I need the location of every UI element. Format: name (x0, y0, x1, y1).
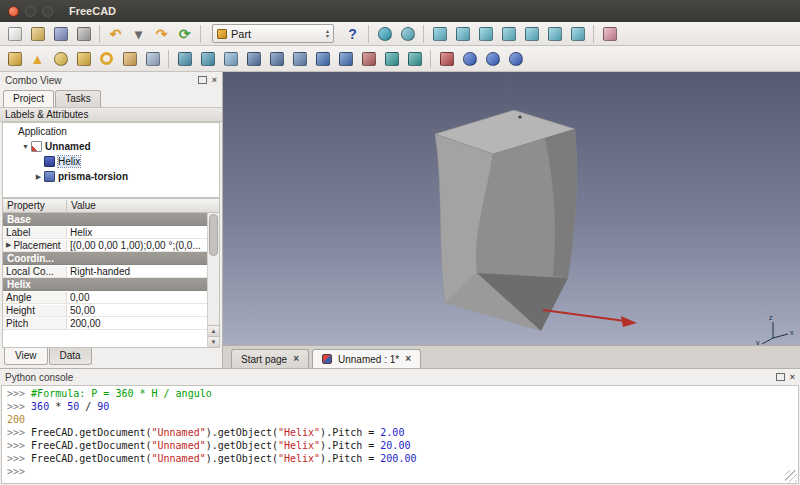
property-row[interactable]: Local Co...Right-handed (3, 265, 219, 278)
view-front-icon[interactable] (452, 24, 473, 44)
property-group-header[interactable]: Coordin... (3, 252, 219, 265)
tree-expander-icon[interactable]: ▶ (33, 173, 44, 181)
tree-item[interactable]: Application (3, 124, 219, 139)
3d-viewport[interactable]: z x y (223, 72, 800, 345)
refresh-icon[interactable]: ⟳ (174, 24, 195, 44)
console-segment-prompt: >>> (7, 466, 25, 477)
property-value-cell[interactable]: 50,00 (67, 305, 219, 316)
part-sphere-icon[interactable] (50, 49, 71, 69)
part-ruled-surface-icon[interactable] (289, 49, 310, 69)
tree-item[interactable]: ▶prisma-torsion (3, 169, 219, 184)
property-row[interactable]: Pitch200,00 (3, 317, 219, 330)
part-boolean-common-icon[interactable] (482, 49, 503, 69)
python-console-output[interactable]: >>> #Formula: P = 360 * H / angulo>>> 36… (1, 385, 799, 484)
console-segment-prompt: >>> (7, 440, 31, 451)
save-document-icon[interactable] (50, 24, 71, 44)
part-fillet-icon[interactable] (243, 49, 264, 69)
view-rear-icon[interactable] (521, 24, 542, 44)
part-extrude-icon[interactable] (174, 49, 195, 69)
undock-panel-icon[interactable] (198, 76, 207, 84)
part-boolean-union-shape (463, 52, 477, 66)
part-offset-icon[interactable] (381, 49, 402, 69)
part-box-icon[interactable] (4, 49, 25, 69)
property-group-header[interactable]: Base (3, 213, 219, 226)
part-shape-builder-icon[interactable] (142, 49, 163, 69)
property-group-header[interactable]: Helix (3, 278, 219, 291)
part-cone-icon[interactable]: ▲ (27, 49, 48, 69)
close-tab-icon[interactable]: × (405, 354, 411, 364)
part-chamfer-icon[interactable] (266, 49, 287, 69)
view-bottom-icon[interactable] (544, 24, 565, 44)
tab-data[interactable]: Data (49, 348, 92, 365)
part-compound-shape (440, 52, 454, 66)
title-bar[interactable]: FreeCAD (0, 0, 800, 22)
undo-history-icon[interactable]: ▾ (128, 24, 149, 44)
view-isometric-icon[interactable] (429, 24, 450, 44)
property-value-cell[interactable]: 200,00 (67, 318, 219, 329)
scroll-down-icon[interactable]: ▼ (208, 336, 219, 347)
view-draw-style-icon[interactable] (397, 24, 418, 44)
tree-item[interactable]: ▼Unnamed (3, 139, 219, 154)
close-console-icon[interactable]: × (790, 372, 795, 382)
combo-view-header[interactable]: Combo View × (0, 72, 222, 88)
property-scrollbar[interactable]: ▲ ▼ (207, 213, 219, 347)
property-column-header[interactable]: Property (3, 200, 67, 211)
part-loft-icon[interactable] (312, 49, 333, 69)
view-right-icon[interactable] (498, 24, 519, 44)
new-document-icon[interactable] (4, 24, 25, 44)
view-left-icon[interactable] (567, 24, 588, 44)
part-torus-icon[interactable] (96, 49, 117, 69)
part-section-icon[interactable] (358, 49, 379, 69)
view-fit-all-icon[interactable] (374, 24, 395, 44)
scroll-up-icon[interactable]: ▲ (208, 325, 219, 336)
part-boolean-union-icon[interactable] (459, 49, 480, 69)
console-segment-code: * (49, 401, 67, 412)
clear-measurement-icon[interactable] (599, 24, 620, 44)
redo-icon[interactable]: ↷ (151, 24, 172, 44)
resize-grip[interactable] (785, 470, 797, 482)
close-window-button[interactable] (8, 6, 19, 17)
workbench-selector[interactable]: Part ▴▾ (212, 24, 334, 43)
part-mirror-icon[interactable] (220, 49, 241, 69)
part-sweep-icon[interactable] (335, 49, 356, 69)
3d-scene: z x y (223, 72, 800, 345)
property-row[interactable]: ▶Placement[(0,00 0,00 1,00);0,00 °;(0,0.… (3, 239, 219, 252)
workbench-cube-icon (217, 29, 227, 39)
value-column-header[interactable]: Value (67, 200, 100, 211)
property-value-cell[interactable]: [(0,00 0,00 1,00);0,00 °;(0,0... (67, 240, 219, 251)
part-revolve-icon[interactable] (197, 49, 218, 69)
tab-tasks[interactable]: Tasks (55, 90, 101, 107)
undock-console-icon[interactable] (776, 373, 785, 381)
property-row[interactable]: Angle0,00 (3, 291, 219, 304)
scrollbar-thumb[interactable] (209, 214, 218, 256)
minimize-window-button[interactable] (25, 6, 36, 17)
open-document-icon[interactable] (27, 24, 48, 44)
part-primitives-icon[interactable] (119, 49, 140, 69)
part-cylinder-icon[interactable] (73, 49, 94, 69)
property-row[interactable]: Height50,00 (3, 304, 219, 317)
part-boolean-cut-icon[interactable] (505, 49, 526, 69)
python-console-header[interactable]: Python console × (0, 369, 800, 385)
property-row[interactable]: LabelHelix (3, 226, 219, 239)
tree-item[interactable]: Helix (3, 154, 219, 169)
tab-project[interactable]: Project (3, 90, 54, 107)
undo-icon[interactable]: ↶ (105, 24, 126, 44)
tab-unnamed-document[interactable]: Unnamed : 1* × (312, 349, 421, 368)
close-tab-icon[interactable]: × (293, 354, 299, 364)
tab-start-page[interactable]: Start page × (231, 349, 309, 368)
console-segment-string: "Helix" (278, 427, 320, 438)
close-panel-icon[interactable]: × (212, 75, 217, 85)
whats-this-icon[interactable]: ? (342, 24, 363, 44)
property-value-cell[interactable]: Helix (67, 227, 219, 238)
part-compound-icon[interactable] (436, 49, 457, 69)
print-icon[interactable] (73, 24, 94, 44)
property-expander-icon[interactable]: ▶ (6, 241, 11, 249)
property-value-cell[interactable]: 0,00 (67, 292, 219, 303)
view-bottom-shape (548, 27, 562, 41)
property-value-cell[interactable]: Right-handed (67, 266, 219, 277)
tree-expander-icon[interactable]: ▼ (20, 143, 31, 150)
part-thickness-icon[interactable] (404, 49, 425, 69)
view-top-icon[interactable] (475, 24, 496, 44)
maximize-window-button[interactable] (42, 6, 53, 17)
tab-view[interactable]: View (4, 348, 48, 365)
